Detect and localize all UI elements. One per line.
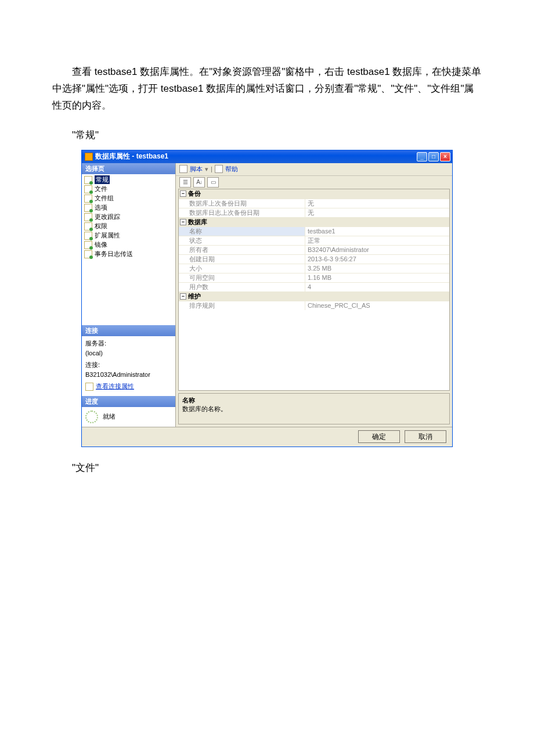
connection-panel: 服务器: (local) 连接: B321032\Administrator 查… <box>82 336 175 396</box>
property-pages-button[interactable]: ▭ <box>207 177 219 188</box>
nav-permissions[interactable]: 权限 <box>82 222 175 231</box>
page-icon <box>84 204 92 212</box>
prop-label: 可用空间 <box>179 273 305 282</box>
page-icon <box>84 241 92 249</box>
prop-label: 数据库日志上次备份日期 <box>179 208 305 217</box>
prop-label: 大小 <box>179 264 305 273</box>
page-icon <box>84 213 92 221</box>
view-connection-link[interactable]: 查看连接属性 <box>96 383 134 390</box>
category-maintenance[interactable]: −维护 <box>179 291 449 301</box>
prop-value: 2013-6-3 9:56:27 <box>305 255 449 264</box>
page-icon <box>84 185 92 193</box>
prop-label: 用户数 <box>179 283 305 291</box>
link-icon <box>85 383 93 391</box>
script-button[interactable]: 脚本 <box>190 165 203 174</box>
server-label: 服务器: <box>85 339 172 348</box>
collapse-icon[interactable]: − <box>180 293 186 300</box>
collapse-icon[interactable]: − <box>180 190 186 197</box>
category-backup[interactable]: −备份 <box>179 189 449 199</box>
nav-label: 权限 <box>95 222 107 231</box>
titlebar[interactable]: 数据库属性 - testbase1 _ □ × <box>82 150 452 163</box>
connection-value: B321032\Administrator <box>85 370 172 380</box>
nav-label: 镜像 <box>95 240 107 249</box>
categorized-button[interactable]: ☰ <box>179 177 191 188</box>
prop-label: 创建日期 <box>179 255 305 264</box>
maximize-button[interactable]: □ <box>428 152 439 161</box>
toolbar: 脚本 ▾ | 帮助 <box>176 163 452 176</box>
desc-text: 数据库的名称。 <box>182 405 446 413</box>
nav-label: 文件组 <box>95 194 114 203</box>
page-nav-list: 常规 文件 文件组 选项 更改跟踪 权限 扩展属性 镜像 事务日志传送 <box>82 174 175 260</box>
prop-value: 正常 <box>305 236 449 245</box>
server-value: (local) <box>85 348 172 358</box>
status-ready: 就绪 <box>103 412 116 421</box>
prop-label: 数据库上次备份日期 <box>179 199 305 208</box>
prop-value: Chinese_PRC_CI_AS <box>305 301 449 310</box>
nav-filegroups[interactable]: 文件组 <box>82 194 175 203</box>
alphabetical-button[interactable]: A↓ <box>193 177 205 188</box>
doc-paragraph: 查看 testbase1 数据库属性。在"对象资源管理器"窗格中，右击 test… <box>52 64 482 114</box>
category-label: 备份 <box>188 189 201 198</box>
nav-label: 选项 <box>95 203 107 212</box>
prop-value: 3.25 MB <box>305 264 449 273</box>
page-icon <box>84 232 92 240</box>
prop-value: 无 <box>305 208 449 217</box>
collapse-icon[interactable]: − <box>180 219 186 225</box>
connection-label: 连接: <box>85 360 172 370</box>
label-general: "常规" <box>52 128 482 142</box>
nav-label: 常规 <box>95 175 110 184</box>
nav-label: 事务日志传送 <box>95 250 133 258</box>
desc-title: 名称 <box>182 396 446 405</box>
page-icon <box>84 195 92 203</box>
prop-label: 排序规则 <box>179 301 305 310</box>
page-icon <box>84 176 92 184</box>
prop-value: testbase1 <box>305 227 449 236</box>
right-pane: 脚本 ▾ | 帮助 ☰ A↓ ▭ −备份 数据库上次备份日期无 数 <box>176 163 452 427</box>
ok-button[interactable]: 确定 <box>358 430 400 443</box>
nav-label: 文件 <box>95 185 107 193</box>
description-box: 名称 数据库的名称。 <box>178 393 450 424</box>
progress-header: 进度 <box>82 396 175 407</box>
nav-log-shipping[interactable]: 事务日志传送 <box>82 250 175 259</box>
close-button[interactable]: × <box>440 152 450 161</box>
connection-header: 连接 <box>82 325 175 336</box>
select-page-header: 选择页 <box>82 163 175 174</box>
nav-files[interactable]: 文件 <box>82 185 175 194</box>
prop-label: 状态 <box>179 236 305 245</box>
script-icon <box>179 165 187 173</box>
prop-value: 1.16 MB <box>305 273 449 282</box>
nav-change-tracking[interactable]: 更改跟踪 <box>82 213 175 222</box>
help-button[interactable]: 帮助 <box>225 165 238 174</box>
nav-mirroring[interactable]: 镜像 <box>82 240 175 250</box>
spinner-icon <box>85 411 98 423</box>
dialog-window: 数据库属性 - testbase1 _ □ × 选择页 常规 文件 文件组 选项… <box>81 150 453 447</box>
label-file: "文件" <box>52 461 482 474</box>
cancel-button[interactable]: 取消 <box>405 430 446 443</box>
prop-value: B32407\Administrator <box>305 246 449 254</box>
category-label: 维护 <box>188 292 201 301</box>
window-title: 数据库属性 - testbase1 <box>95 152 417 161</box>
property-grid[interactable]: −备份 数据库上次备份日期无 数据库日志上次备份日期无 −数据库 名称testb… <box>178 189 450 391</box>
nav-label: 扩展属性 <box>95 231 120 240</box>
nav-general[interactable]: 常规 <box>82 175 175 185</box>
minimize-button[interactable]: _ <box>417 152 427 161</box>
dropdown-icon[interactable]: ▾ <box>205 165 208 173</box>
prop-label: 所有者 <box>179 246 305 254</box>
left-pane: 选择页 常规 文件 文件组 选项 更改跟踪 权限 扩展属性 镜像 事务日志传送 … <box>82 163 176 427</box>
page-icon <box>84 222 92 231</box>
nav-label: 更改跟踪 <box>95 213 120 221</box>
nav-options[interactable]: 选项 <box>82 203 175 213</box>
prop-label: 名称 <box>179 227 305 236</box>
prop-value: 4 <box>305 283 449 291</box>
dialog-footer: 确定 取消 <box>82 427 452 447</box>
category-database[interactable]: −数据库 <box>179 217 449 226</box>
nav-extended-props[interactable]: 扩展属性 <box>82 231 175 240</box>
help-icon <box>215 165 223 173</box>
progress-panel: 就绪 <box>82 407 175 427</box>
prop-value: 无 <box>305 199 449 208</box>
window-icon <box>85 153 93 161</box>
page-icon <box>84 250 92 258</box>
category-label: 数据库 <box>188 218 207 226</box>
